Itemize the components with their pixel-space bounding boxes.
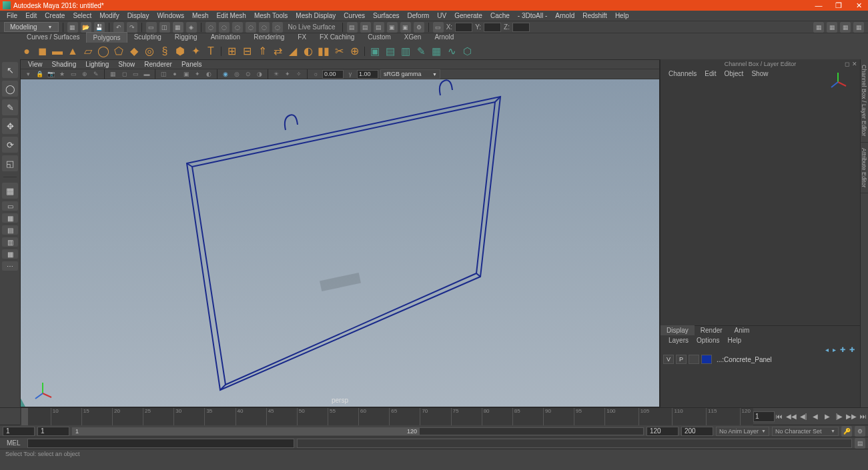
range-end-field[interactable]: 120 bbox=[646, 427, 679, 436]
chbox-show[interactable]: Show bbox=[747, 70, 772, 77]
gamma-value[interactable]: 1.00 bbox=[357, 70, 378, 79]
tab-custom[interactable]: Custom bbox=[361, 31, 397, 43]
light-all-icon[interactable]: ✦ bbox=[283, 69, 292, 79]
tab-fx-caching[interactable]: FX Caching bbox=[313, 31, 361, 43]
poly-helix-icon[interactable]: § bbox=[158, 45, 171, 58]
bool-intersect-icon[interactable]: ▥ bbox=[399, 45, 412, 58]
auto-key-icon[interactable]: 🔑 bbox=[841, 426, 852, 437]
vp-lighting[interactable]: Lighting bbox=[81, 61, 113, 68]
anim-layer-selector[interactable]: No Anim Layer bbox=[716, 427, 769, 436]
layout-hyper-icon[interactable]: ▦ bbox=[2, 249, 18, 259]
menu-deform[interactable]: Deform bbox=[404, 12, 434, 19]
lasso-tool-icon[interactable]: ◯ bbox=[2, 81, 18, 97]
prefs-icon[interactable]: ⚙ bbox=[855, 426, 865, 437]
menu-mesh-display[interactable]: Mesh Display bbox=[292, 12, 340, 19]
menu-select[interactable]: Select bbox=[69, 12, 95, 19]
menu-modify[interactable]: Modify bbox=[95, 12, 123, 19]
light-default-icon[interactable]: ☀ bbox=[272, 69, 281, 79]
layer-options[interactable]: Options bbox=[693, 337, 723, 344]
layout-persp-icon[interactable]: ▥ bbox=[2, 237, 18, 247]
toggle-modeling-toolkit-icon[interactable]: ▦ bbox=[853, 22, 864, 33]
tab-rigging[interactable]: Rigging bbox=[168, 31, 204, 43]
undo-icon[interactable]: ↶ bbox=[113, 22, 124, 33]
tab-fx[interactable]: FX bbox=[291, 31, 313, 43]
tab-polygons[interactable]: Polygons bbox=[86, 32, 127, 43]
poly-pyramid-icon[interactable]: ◆ bbox=[127, 45, 141, 58]
grease-pencil-icon[interactable]: ✎ bbox=[91, 69, 101, 79]
xray-joints-icon[interactable]: ⊙ bbox=[244, 69, 253, 79]
bridge-icon[interactable]: ⇄ bbox=[271, 45, 284, 58]
mirror-icon[interactable]: ▮▮ bbox=[317, 45, 330, 58]
poly-soccer-icon[interactable]: ⬢ bbox=[173, 45, 187, 58]
side-tab-attribute-editor[interactable]: Attribute Editor bbox=[861, 143, 868, 194]
step-forward-key-icon[interactable]: ▶▶ bbox=[847, 412, 856, 421]
cmd-input[interactable] bbox=[27, 439, 294, 448]
menu-arnold[interactable]: Arnold bbox=[551, 12, 578, 19]
current-time-marker[interactable] bbox=[21, 408, 28, 425]
bevel-icon[interactable]: ◢ bbox=[286, 45, 300, 58]
bool-diff-icon[interactable]: ▤ bbox=[384, 45, 397, 58]
vp-view[interactable]: View bbox=[23, 61, 47, 68]
character-set-selector[interactable]: No Character Set bbox=[772, 427, 839, 436]
crease-icon[interactable]: ∿ bbox=[445, 45, 458, 58]
range-out-field[interactable]: 200 bbox=[681, 427, 713, 436]
layer-display-type[interactable] bbox=[689, 355, 699, 364]
isolate-select-icon[interactable]: ◉ bbox=[221, 69, 230, 79]
target-weld-icon[interactable]: ⊕ bbox=[348, 45, 361, 58]
menu-edit[interactable]: Edit bbox=[21, 12, 41, 19]
layout-single-icon[interactable]: ▭ bbox=[2, 201, 18, 211]
menu-redshift[interactable]: Redshift bbox=[578, 12, 611, 19]
separate-icon[interactable]: ⊟ bbox=[240, 45, 254, 58]
tab-animation[interactable]: Animation bbox=[204, 31, 247, 43]
sculpt-icon[interactable]: ✎ bbox=[414, 45, 428, 58]
panel-close-icon[interactable]: ✕ bbox=[852, 61, 857, 67]
layer-new-selected-icon[interactable]: ✚ bbox=[849, 346, 855, 353]
side-tab-channel-box[interactable]: Channel Box / Layer Editor bbox=[861, 59, 868, 143]
camera-select-icon[interactable]: ▾ bbox=[23, 69, 33, 79]
go-to-end-icon[interactable]: ⏭ bbox=[859, 412, 868, 421]
layout-outliner-icon[interactable]: ▤ bbox=[2, 225, 18, 235]
select-tool-icon[interactable]: ↖ bbox=[2, 62, 18, 78]
layer-visible-toggle[interactable]: V bbox=[663, 355, 674, 364]
exposure-icon[interactable]: ☼ bbox=[311, 69, 320, 79]
camera-lock-icon[interactable]: 🔒 bbox=[35, 69, 44, 79]
bookmark-icon[interactable]: ★ bbox=[57, 69, 67, 79]
menu-mesh[interactable]: Mesh bbox=[188, 12, 212, 19]
panel-popout-icon[interactable]: ◻ bbox=[845, 61, 849, 67]
image-plane-icon[interactable]: ▭ bbox=[69, 69, 78, 79]
vp-shading[interactable]: Shading bbox=[47, 61, 81, 68]
tab-xgen[interactable]: XGen bbox=[398, 31, 428, 43]
wireframe-object[interactable] bbox=[107, 79, 574, 407]
vp-show[interactable]: Show bbox=[113, 61, 139, 68]
create-poly-icon[interactable]: ⬡ bbox=[460, 45, 474, 58]
toggle-attribute-editor-icon[interactable]: ▦ bbox=[813, 22, 824, 33]
menu-mesh-tools[interactable]: Mesh Tools bbox=[250, 12, 292, 19]
go-to-start-icon[interactable]: ⏮ bbox=[775, 412, 784, 421]
light-selected-icon[interactable]: ✧ bbox=[294, 69, 304, 79]
script-editor-icon[interactable]: ▤ bbox=[855, 438, 865, 449]
shadows-icon[interactable]: ◐ bbox=[204, 69, 213, 79]
layer-tab-render[interactable]: Render bbox=[695, 325, 729, 335]
current-frame-field[interactable]: 1 bbox=[753, 411, 775, 422]
poly-cylinder-icon[interactable]: ▬ bbox=[51, 45, 64, 58]
tab-curves-surfaces[interactable]: Curves / Surfaces bbox=[20, 31, 86, 43]
poly-cone-icon[interactable]: ▲ bbox=[66, 45, 79, 58]
paint-select-tool-icon[interactable]: ✎ bbox=[2, 99, 18, 115]
menu-edit-mesh[interactable]: Edit Mesh bbox=[212, 12, 250, 19]
textured-icon[interactable]: ▣ bbox=[181, 69, 191, 79]
layer-layers[interactable]: Layers bbox=[665, 337, 693, 344]
layer-playback-toggle[interactable]: P bbox=[676, 355, 687, 364]
chbox-channels[interactable]: Channels bbox=[665, 70, 701, 77]
cmd-language-label[interactable]: MEL bbox=[3, 439, 25, 447]
grid-icon[interactable]: ▦ bbox=[108, 69, 117, 79]
poly-sphere-icon[interactable]: ● bbox=[20, 45, 33, 58]
menu-help[interactable]: Help bbox=[611, 12, 633, 19]
gamma-icon[interactable]: γ bbox=[346, 69, 355, 79]
multi-cut-icon[interactable]: ✂ bbox=[332, 45, 346, 58]
step-forward-icon[interactable]: |▶ bbox=[835, 412, 844, 421]
play-back-icon[interactable]: ◀ bbox=[811, 412, 820, 421]
range-track[interactable]: 1120 bbox=[72, 427, 644, 435]
layout-four-icon[interactable]: ▦ bbox=[2, 213, 18, 223]
menu-surfaces[interactable]: Surfaces bbox=[369, 12, 403, 19]
gate-mask-icon[interactable]: ▬ bbox=[142, 69, 151, 79]
